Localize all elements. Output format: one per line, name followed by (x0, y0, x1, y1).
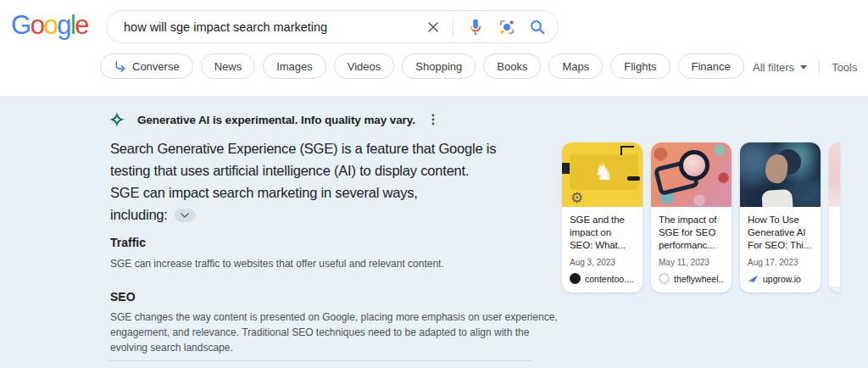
tab-converse[interactable]: Converse (100, 53, 193, 79)
logo-letter: G (11, 10, 31, 40)
source-card[interactable]: How To Use Generative AI For SEO: Thi...… (740, 142, 821, 293)
body-line: SGE changes the way content is presented… (110, 309, 558, 325)
gear-icon: ⚙ (570, 191, 583, 205)
logo-letter: g (57, 10, 70, 40)
converse-arrow-icon (114, 60, 126, 73)
sge-disclaimer: Generative AI is experimental. Info qual… (108, 111, 439, 128)
search-header: Google (0, 0, 868, 96)
answer-line: SGE can impact search marketing in sever… (110, 181, 496, 204)
favicon (570, 273, 581, 284)
section-body-seo: SGE changes the way content is presented… (110, 309, 558, 355)
answer-line: testing that uses artificial intelligenc… (110, 159, 496, 181)
card-source: contentoo.... (585, 274, 634, 284)
tab-label: Images (276, 60, 313, 73)
disclaimer-text: Generative AI is experimental. Info qual… (137, 114, 415, 126)
answer-line: including: (110, 204, 496, 226)
kebab-menu-icon[interactable] (427, 113, 439, 126)
section-body-traffic: SGE can increase traffic to websites tha… (110, 256, 444, 271)
illustration-shape (764, 153, 789, 184)
sge-answer: Search Generative Experience (SGE) is a … (110, 137, 496, 226)
all-filters-label: All filters (753, 61, 794, 74)
tab-shopping[interactable]: Shopping (402, 53, 476, 79)
searchbar-divider (453, 18, 453, 36)
source-card[interactable]: ♞ ⚙ SGE and the impact on SEO: What... A… (562, 142, 643, 293)
tab-videos[interactable]: Videos (334, 53, 395, 79)
source-card-partial[interactable] (829, 142, 840, 293)
illustration-shape (620, 146, 634, 155)
section-divider (108, 360, 532, 361)
google-logo[interactable]: Google (11, 10, 88, 41)
section-heading-seo: SEO (110, 290, 136, 304)
chess-knight-icon: ♞ (594, 161, 614, 183)
filters-divider (819, 59, 820, 75)
illustration-shape: ♞ (570, 154, 638, 190)
tab-label: Converse (132, 60, 180, 73)
expand-answer-button[interactable] (175, 209, 196, 222)
body-line: evolving search landscape. (110, 340, 558, 355)
all-filters-button[interactable]: All filters (753, 61, 807, 74)
illustration-shape (761, 189, 793, 207)
card-title: The impact of SGE for SEO performanc... (659, 214, 724, 252)
card-source: theflywheel... (674, 274, 724, 284)
tab-label: Finance (692, 60, 731, 73)
tab-label: Flights (624, 60, 656, 73)
source-card[interactable]: The impact of SGE for SEO performanc... … (651, 142, 732, 293)
tab-label: Videos (348, 60, 381, 73)
favicon (659, 273, 670, 284)
tab-label: News (214, 60, 242, 73)
clear-icon[interactable] (426, 20, 440, 34)
card-thumbnail (740, 142, 821, 207)
card-date: May 11, 2023 (659, 258, 724, 267)
tab-finance[interactable]: Finance (678, 53, 744, 79)
card-source: upgrow.io (763, 274, 801, 284)
section-heading-traffic: Traffic (110, 236, 146, 249)
tab-images[interactable]: Images (263, 53, 326, 79)
sge-spark-icon (108, 111, 125, 128)
tab-label: Shopping (415, 60, 462, 73)
logo-letter: o (31, 10, 44, 40)
answer-line: Search Generative Experience (SGE) is a … (110, 137, 496, 159)
search-icon[interactable] (529, 19, 546, 36)
card-body-partial (829, 207, 840, 287)
body-line: SGE can increase traffic to websites tha… (110, 256, 444, 271)
google-lens-icon[interactable] (498, 18, 516, 36)
card-title: SGE and the impact on SEO: What... (570, 214, 635, 252)
card-date: Aug 17, 2023 (748, 258, 813, 267)
illustration-shape (562, 163, 570, 174)
tab-label: Books (497, 60, 527, 73)
card-thumbnail (651, 142, 732, 207)
logo-letter: o (43, 10, 57, 40)
tab-books[interactable]: Books (483, 53, 541, 79)
card-thumbnail (829, 142, 840, 207)
illustration-shape (627, 176, 640, 181)
tab-maps[interactable]: Maps (548, 53, 603, 79)
search-tabs: Converse News Images Videos Shopping Boo… (100, 53, 744, 79)
card-thumbnail: ♞ ⚙ (562, 142, 643, 207)
tab-news[interactable]: News (201, 53, 256, 79)
favicon (748, 273, 759, 284)
tab-flights[interactable]: Flights (610, 53, 670, 79)
logo-letter: e (75, 10, 88, 40)
search-bar[interactable] (106, 10, 559, 43)
card-date: Aug 3, 2023 (570, 258, 635, 267)
source-cards-carousel: ♞ ⚙ SGE and the impact on SEO: What... A… (562, 142, 840, 293)
magnifier-illustration (679, 150, 709, 181)
tools-button[interactable]: Tools (832, 61, 857, 74)
search-input[interactable] (124, 20, 426, 34)
answer-line-text: including: (110, 207, 168, 222)
sge-panel: Generative AI is experimental. Info qual… (0, 96, 868, 368)
card-title: How To Use Generative AI For SEO: Thi... (748, 214, 813, 252)
chevron-down-icon (800, 65, 807, 70)
body-line: engagement, and relevance. Traditional S… (110, 325, 558, 340)
microphone-icon[interactable] (466, 18, 485, 36)
tab-label: Maps (562, 60, 589, 73)
google-search-page: Google (0, 0, 868, 368)
filters-bar: All filters Tools (753, 59, 857, 75)
